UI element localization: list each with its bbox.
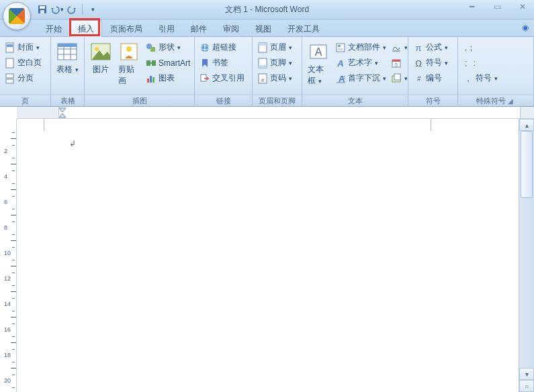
seps-button[interactable]: ; : <box>461 55 500 70</box>
undo-button[interactable]: ▾ <box>51 3 63 15</box>
picture-button[interactable]: 图片 <box>87 40 114 77</box>
save-icon <box>37 4 48 15</box>
label: 页码 <box>270 72 286 84</box>
dialog-launcher[interactable]: ◢ <box>506 97 515 105</box>
chevron-up-icon: ▴ <box>525 121 529 129</box>
textbox-button[interactable]: A 文本框 ▾ <box>305 40 332 88</box>
help-button[interactable]: ◉ <box>522 23 529 32</box>
tab-developer[interactable]: 开发工具 <box>279 20 328 37</box>
redo-button[interactable] <box>66 3 78 15</box>
ruler-tick <box>11 138 16 139</box>
tab-mailings[interactable]: 邮件 <box>183 20 215 37</box>
svg-rect-39 <box>338 48 343 50</box>
punct-button[interactable]: , ⁏ <box>461 40 500 55</box>
blank-page-icon <box>5 58 15 68</box>
chevron-down-icon: ▾ <box>445 60 448 66</box>
group-label: 链接 <box>195 95 252 106</box>
scroll-track[interactable] <box>519 131 534 365</box>
signature-icon <box>391 42 402 53</box>
chevron-down-icon: ▾ <box>404 44 408 51</box>
chevron-down-icon: ▾ <box>494 75 498 82</box>
close-button[interactable]: ✕ <box>515 1 530 13</box>
header-button[interactable]: 页眉 ▾ <box>255 40 294 55</box>
horizontal-ruler[interactable] <box>17 107 534 119</box>
clipart-icon <box>118 41 140 62</box>
ruler-minor-tick <box>12 196 15 197</box>
hyperlink-button[interactable]: 超链接 <box>197 40 247 55</box>
label: SmartArt <box>159 58 190 68</box>
crossref-button[interactable]: 交叉引用 <box>197 70 247 86</box>
ruler-minor-tick <box>12 209 15 209</box>
scroll-up-button[interactable]: ▴ <box>519 119 534 131</box>
divider <box>82 4 83 15</box>
redo-icon <box>66 4 77 15</box>
document-area[interactable]: ↲ <box>17 119 519 392</box>
footer-icon <box>257 58 268 68</box>
object-button[interactable]: ▾ <box>390 70 409 86</box>
office-button[interactable] <box>3 2 31 30</box>
smartart-button[interactable]: SmartArt <box>144 55 192 70</box>
minimize-button[interactable]: ━ <box>464 1 479 13</box>
ruler-minor-tick <box>12 260 15 260</box>
pagenum-button[interactable]: # 页码 ▾ <box>255 70 294 86</box>
tab-insert[interactable]: 插入 <box>70 20 102 37</box>
tab-page-layout[interactable]: 页面布局 <box>102 20 150 37</box>
ruler-number: 10 <box>4 250 11 256</box>
tab-view[interactable]: 视图 <box>247 20 279 37</box>
number-button[interactable]: # 编号 <box>411 70 450 86</box>
svg-point-17 <box>126 46 132 52</box>
label: 剪贴画 <box>118 64 140 87</box>
page-break-button[interactable]: 分页 <box>3 70 44 86</box>
group-illustrations: 图片 剪贴画 形状 ▾ SmartArt 图表 <box>85 37 195 106</box>
ruler-number: 6 <box>4 199 7 205</box>
svg-rect-13 <box>58 44 77 47</box>
ruler-minor-tick <box>12 362 15 362</box>
svg-text:5: 5 <box>395 62 398 67</box>
blank-page-button[interactable]: 空白页 <box>3 55 44 70</box>
footer-button[interactable]: 页脚 ▾ <box>255 55 294 70</box>
cover-page-button[interactable]: 封面 ▾ <box>3 40 44 55</box>
ruler-minor-tick <box>12 311 15 311</box>
symbol-button[interactable]: Ω 符号 ▾ <box>411 55 450 70</box>
group-pages: 封面 ▾ 空白页 分页 页 <box>0 37 51 106</box>
table-button[interactable]: 表格 ▾ <box>54 40 81 77</box>
tab-home[interactable]: 开始 <box>38 20 70 37</box>
ruler-tick <box>11 215 16 215</box>
chevron-down-icon: ▾ <box>36 44 40 51</box>
maximize-button[interactable]: ▭ <box>490 1 504 13</box>
tab-review[interactable]: 审阅 <box>215 20 247 37</box>
signature-line-button[interactable]: ▾ <box>390 40 409 55</box>
tab-references[interactable]: 引用 <box>150 20 183 37</box>
scroll-down-button[interactable]: ▾ <box>519 368 534 380</box>
clipart-button[interactable]: 剪贴画 <box>116 40 142 88</box>
smartart-icon <box>146 58 157 68</box>
ruler-minor-tick <box>12 158 15 158</box>
hyperlink-icon <box>199 42 210 53</box>
svg-rect-4 <box>7 44 13 47</box>
ruler-tick <box>11 342 16 343</box>
shapes-button[interactable]: 形状 ▾ <box>144 40 192 55</box>
datetime-button[interactable]: 5 <box>390 55 409 70</box>
vertical-ruler[interactable]: 2468101214161820 <box>0 119 17 392</box>
wordart-button[interactable]: A 艺术字 ▾ <box>333 55 388 70</box>
scroll-thumb[interactable] <box>521 131 533 198</box>
bookmark-icon <box>199 58 210 68</box>
ruler-minor-tick <box>12 273 15 273</box>
save-button[interactable] <box>36 3 48 15</box>
ruler-minor-tick <box>12 349 15 350</box>
chart-button[interactable]: 图表 <box>144 70 192 86</box>
special-symbol-button[interactable]: , 符号 ▾ <box>461 70 500 86</box>
paragraph-mark: ↲ <box>69 139 76 148</box>
quickparts-button[interactable]: 文档部件 ▾ <box>333 40 388 55</box>
ruler-minor-tick <box>12 336 15 337</box>
equation-button[interactable]: π 公式 ▾ <box>411 40 450 55</box>
ruler-tick <box>11 189 16 190</box>
qat-customize-button[interactable]: ▾ <box>87 3 99 15</box>
minimize-icon: ━ <box>470 2 474 11</box>
dropcap-button[interactable]: A 首字下沉 ▾ <box>333 70 388 86</box>
picture-icon <box>90 41 112 62</box>
punct-icon: , ⁏ <box>465 43 472 52</box>
bookmark-button[interactable]: 书签 <box>197 55 247 70</box>
group-special-symbols: , ⁏ ; : , 符号 ▾ 特殊符号 ◢ <box>458 37 534 106</box>
browse-object-button[interactable]: ○ <box>519 380 534 392</box>
